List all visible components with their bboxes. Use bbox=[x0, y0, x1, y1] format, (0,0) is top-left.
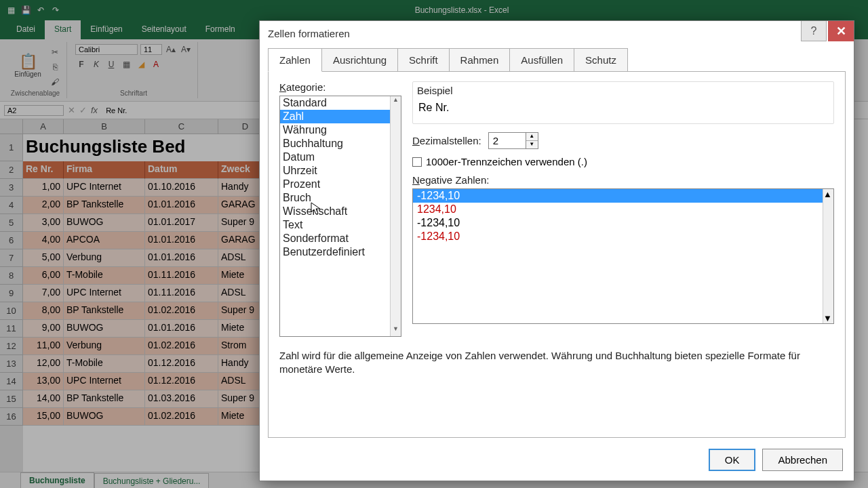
bold-icon[interactable]: F bbox=[75, 58, 87, 70]
scroll-down-icon[interactable]: ▼ bbox=[391, 325, 401, 336]
table-cell[interactable]: Verbung bbox=[64, 249, 145, 267]
dialog-tab-ausrichtung[interactable]: Ausrichtung bbox=[321, 48, 398, 72]
ok-button[interactable]: OK bbox=[709, 449, 756, 471]
table-cell[interactable]: Verbung bbox=[64, 338, 145, 355]
row-header[interactable]: 3 bbox=[0, 179, 23, 197]
checkbox-box[interactable] bbox=[412, 157, 422, 167]
undo-icon[interactable]: ↶ bbox=[35, 5, 46, 16]
table-cell[interactable]: 01.10.2016 bbox=[145, 179, 218, 197]
dialog-tab-rahmen[interactable]: Rahmen bbox=[449, 48, 511, 72]
row-header[interactable]: 2 bbox=[0, 161, 23, 179]
table-cell[interactable]: 01.01.2016 bbox=[145, 197, 218, 214]
table-cell[interactable]: BP Tankstelle bbox=[64, 302, 145, 320]
close-button[interactable]: ✕ bbox=[828, 21, 854, 41]
table-cell[interactable]: 01.02.2016 bbox=[145, 408, 218, 426]
table-cell[interactable]: 9,00 bbox=[23, 320, 64, 338]
italic-icon[interactable]: K bbox=[90, 58, 102, 70]
negative-format-item[interactable]: -1234,10 bbox=[413, 216, 833, 230]
category-listbox[interactable]: StandardZahlWährungBuchhaltungDatumUhrze… bbox=[279, 96, 401, 337]
row-header[interactable]: 6 bbox=[0, 232, 23, 249]
table-cell[interactable]: 5,00 bbox=[23, 249, 64, 267]
decimal-places-input[interactable] bbox=[488, 132, 526, 149]
paste-button[interactable]: 📋 Einfügen bbox=[9, 43, 46, 87]
row-header[interactable]: 16 bbox=[0, 408, 23, 426]
scroll-up-icon[interactable]: ▲ bbox=[823, 189, 833, 199]
table-cell[interactable]: 01.02.2016 bbox=[145, 302, 218, 320]
table-cell[interactable]: 4,00 bbox=[23, 232, 64, 249]
table-cell[interactable]: 14,00 bbox=[23, 390, 64, 408]
negative-format-item[interactable]: -1234,10 bbox=[413, 189, 833, 203]
category-item[interactable]: Wissenschaft bbox=[280, 205, 401, 218]
table-cell[interactable]: 6,00 bbox=[23, 267, 64, 285]
table-cell[interactable]: 01.01.2017 bbox=[145, 214, 218, 232]
table-cell[interactable]: 01.12.2016 bbox=[145, 355, 218, 373]
row-header[interactable]: 9 bbox=[0, 285, 23, 302]
increase-font-icon[interactable]: A▴ bbox=[165, 43, 177, 56]
dialog-tab-schrift[interactable]: Schrift bbox=[397, 48, 450, 72]
column-header[interactable]: C bbox=[145, 119, 218, 134]
table-cell[interactable]: 11,00 bbox=[23, 338, 64, 355]
table-cell[interactable]: APCOA bbox=[64, 232, 145, 249]
font-color-icon[interactable]: A bbox=[150, 58, 162, 70]
category-item[interactable]: Zahl bbox=[280, 110, 401, 123]
table-cell[interactable]: 15,00 bbox=[23, 408, 64, 426]
row-header[interactable]: 15 bbox=[0, 390, 23, 408]
copy-icon[interactable]: ⎘ bbox=[49, 61, 61, 73]
table-cell[interactable]: BUWOG bbox=[64, 214, 145, 232]
category-item[interactable]: Bruch bbox=[280, 191, 401, 205]
decimal-places-spinner[interactable]: ▲ ▼ bbox=[488, 132, 538, 149]
category-item[interactable]: Datum bbox=[280, 150, 401, 164]
cancel-button[interactable]: Abbrechen bbox=[762, 449, 843, 471]
table-cell[interactable]: 7,00 bbox=[23, 285, 64, 302]
negative-numbers-listbox[interactable]: -1234,101234,10-1234,10-1234,10 ▲ ▼ bbox=[412, 188, 834, 324]
name-box[interactable] bbox=[4, 105, 64, 116]
table-cell[interactable]: UPC Internet bbox=[64, 285, 145, 302]
cancel-formula-icon[interactable]: ✕ bbox=[68, 105, 75, 115]
listbox-scrollbar[interactable]: ▲ ▼ bbox=[823, 189, 833, 323]
scroll-down-icon[interactable]: ▼ bbox=[823, 313, 833, 323]
listbox-scrollbar[interactable]: ▲ ▼ bbox=[390, 96, 401, 336]
row-header[interactable]: 13 bbox=[0, 355, 23, 373]
dialog-tab-schutz[interactable]: Schutz bbox=[574, 48, 628, 72]
ribbon-tab-formeln[interactable]: Formeln bbox=[196, 20, 245, 39]
row-header[interactable]: 1 bbox=[0, 134, 23, 161]
row-header[interactable]: 14 bbox=[0, 373, 23, 390]
row-header[interactable]: 7 bbox=[0, 249, 23, 267]
table-cell[interactable]: T-Mobile bbox=[64, 355, 145, 373]
thousands-separator-checkbox[interactable]: 1000er-Trennzeichen verwenden (.) bbox=[412, 156, 834, 167]
category-item[interactable]: Buchhaltung bbox=[280, 137, 401, 150]
negative-format-item[interactable]: -1234,10 bbox=[413, 230, 833, 243]
table-cell[interactable]: 01.11.2016 bbox=[145, 285, 218, 302]
ribbon-tab-datei[interactable]: Datei bbox=[7, 20, 45, 39]
category-item[interactable]: Uhrzeit bbox=[280, 164, 401, 178]
table-cell[interactable]: 01.03.2016 bbox=[145, 390, 218, 408]
dialog-tab-ausfüllen[interactable]: Ausfüllen bbox=[509, 48, 574, 72]
table-cell[interactable]: T-Mobile bbox=[64, 267, 145, 285]
table-cell[interactable]: 12,00 bbox=[23, 355, 64, 373]
negative-format-item[interactable]: 1234,10 bbox=[413, 203, 833, 216]
fill-color-icon[interactable]: ◢ bbox=[135, 58, 147, 70]
table-cell[interactable]: 2,00 bbox=[23, 197, 64, 214]
table-cell[interactable]: 01.11.2016 bbox=[145, 267, 218, 285]
confirm-formula-icon[interactable]: ✓ bbox=[79, 105, 87, 115]
dialog-tab-zahlen[interactable]: Zahlen bbox=[268, 48, 322, 72]
cut-icon[interactable]: ✂ bbox=[49, 46, 61, 58]
table-cell[interactable]: 01.01.2016 bbox=[145, 249, 218, 267]
table-cell[interactable]: 1,00 bbox=[23, 179, 64, 197]
save-icon[interactable]: 💾 bbox=[20, 5, 31, 16]
category-item[interactable]: Prozent bbox=[280, 178, 401, 191]
spin-down-icon[interactable]: ▼ bbox=[526, 141, 538, 148]
table-cell[interactable]: 8,00 bbox=[23, 302, 64, 320]
table-header[interactable]: Re Nr. bbox=[23, 161, 64, 179]
table-cell[interactable]: 3,00 bbox=[23, 214, 64, 232]
category-item[interactable]: Benutzerdefiniert bbox=[280, 245, 401, 259]
font-name-input[interactable] bbox=[75, 44, 138, 55]
redo-icon[interactable]: ↷ bbox=[50, 5, 61, 16]
table-cell[interactable]: BUWOG bbox=[64, 408, 145, 426]
table-cell[interactable]: BP Tankstelle bbox=[64, 390, 145, 408]
category-item[interactable]: Sonderformat bbox=[280, 232, 401, 245]
table-cell[interactable]: 01.02.2016 bbox=[145, 338, 218, 355]
fx-icon[interactable]: fx bbox=[91, 105, 98, 115]
sheet-tab[interactable]: Buchungsliste bbox=[20, 472, 94, 488]
column-header[interactable]: A bbox=[23, 119, 64, 134]
